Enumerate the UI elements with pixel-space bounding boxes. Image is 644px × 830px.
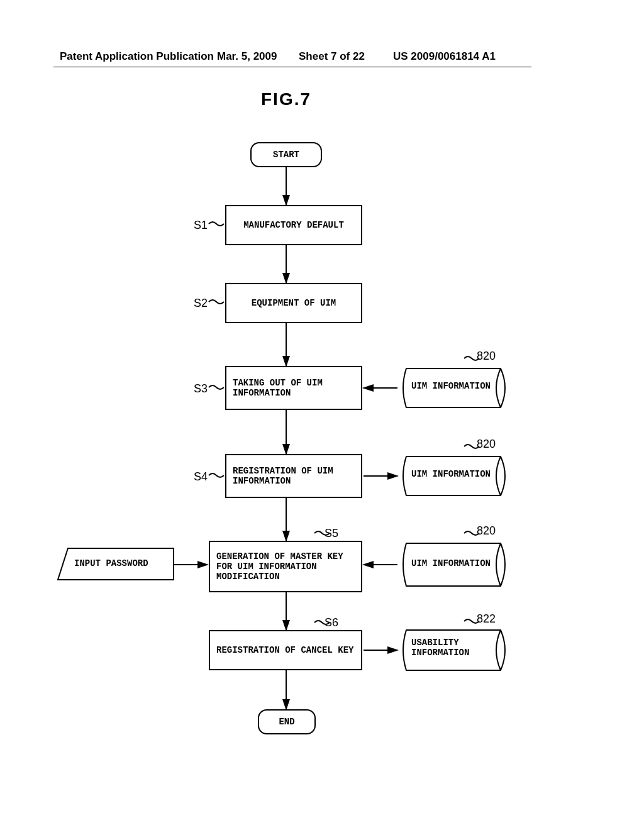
figure-title: FIG.7 [261, 89, 311, 109]
doc-ref-4: 822 [477, 612, 496, 626]
pub-label: Patent Application Publication [60, 50, 214, 63]
step-s6-text: REGISTRATION OF CANCEL KEY [216, 645, 353, 655]
input-password-label: INPUT PASSWORD [74, 558, 148, 568]
step-s1-text: MANUFACTORY DEFAULT [243, 220, 344, 230]
step-s6: REGISTRATION OF CANCEL KEY [209, 630, 362, 670]
step-label-s2: S2 [194, 297, 208, 310]
doc-ref-2: 820 [477, 438, 496, 451]
doc-text-4: USABILITY INFORMATION [411, 638, 493, 658]
pub-number: US 2009/0061814 A1 [393, 50, 496, 63]
doc-ref-1: 820 [477, 350, 496, 363]
step-s1: MANUFACTORY DEFAULT [225, 205, 362, 245]
step-s3: TAKING OUT OF UIM INFORMATION [225, 366, 362, 410]
step-s2-text: EQUIPMENT OF UIM [252, 298, 336, 308]
doc-ref-3: 820 [477, 524, 496, 538]
flowchart-end: END [258, 709, 316, 734]
doc-text-3: UIM INFORMATION [411, 558, 491, 568]
doc-text-1: UIM INFORMATION [411, 381, 491, 391]
step-s5: GENERATION OF MASTER KEY FOR UIM INFORMA… [209, 541, 362, 592]
step-label-s1: S1 [194, 219, 208, 232]
sheet-number: Sheet 7 of 22 [299, 50, 365, 63]
step-s2: EQUIPMENT OF UIM [225, 283, 362, 323]
step-s4: REGISTRATION OF UIM INFORMATION [225, 454, 362, 498]
step-label-s3: S3 [194, 382, 208, 396]
start-text: START [273, 150, 299, 160]
step-s3-text: TAKING OUT OF UIM INFORMATION [233, 378, 355, 398]
header-divider [53, 67, 531, 67]
step-label-s6: S6 [325, 616, 338, 629]
step-s4-text: REGISTRATION OF UIM INFORMATION [233, 466, 355, 486]
flowchart-connectors [0, 0, 644, 830]
flowchart-start: START [250, 142, 322, 167]
step-s5-text: GENERATION OF MASTER KEY FOR UIM INFORMA… [216, 551, 355, 582]
step-label-s4: S4 [194, 470, 208, 484]
pub-date: Mar. 5, 2009 [217, 50, 277, 63]
step-label-s5: S5 [325, 527, 338, 540]
doc-text-2: UIM INFORMATION [411, 469, 491, 479]
end-text: END [279, 717, 294, 727]
